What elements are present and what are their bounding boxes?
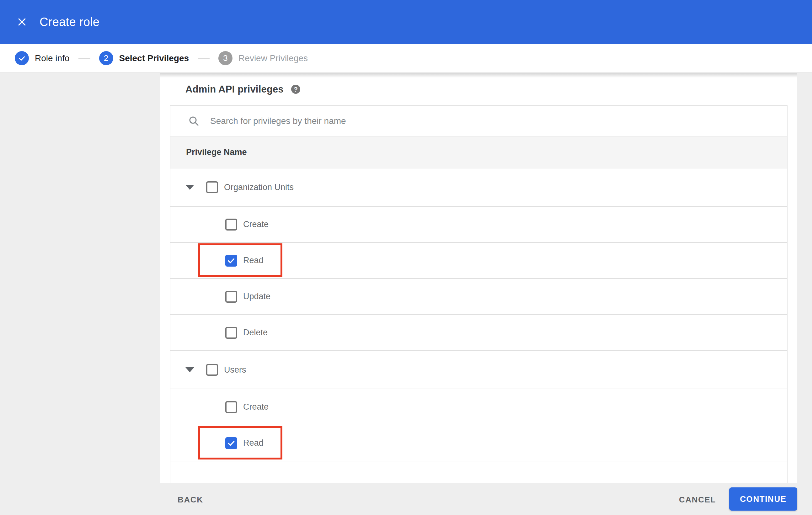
privilege-label: Read [243,438,264,448]
step-3-badge: 3 [219,51,232,65]
back-button[interactable]: BACK [176,492,205,508]
section-title: Admin API privileges [185,84,284,95]
search-icon [188,115,200,127]
step-1-label: Role info [35,53,70,63]
dialog-title: Create role [39,16,99,29]
privilege-label: Create [243,219,268,229]
expander-triangle-icon[interactable] [185,367,194,372]
table-row-update[interactable]: Update [170,279,787,315]
privilege-checkbox[interactable] [225,291,237,303]
privilege-checkbox[interactable] [225,327,237,339]
privilege-checkbox[interactable] [225,219,237,231]
privilege-checkbox[interactable] [206,181,218,193]
table-row-create[interactable]: Create [170,389,787,425]
expander-triangle-icon[interactable] [185,185,194,190]
privileges-panel: Admin API privileges ? Privilege Name Or… [160,73,797,483]
step-select-privileges[interactable]: 2 Select Privileges [99,51,189,65]
privilege-label: Read [243,255,264,265]
step-connector [79,58,90,59]
table-row-read[interactable]: Read [170,243,787,279]
help-icon[interactable]: ? [291,85,300,94]
privilege-label: Users [224,365,246,375]
selection-highlight-box [198,426,282,459]
table-row-users[interactable]: Users [170,351,787,389]
table-row-create[interactable]: Create [170,207,787,243]
step-role-info[interactable]: Role info [15,51,70,65]
section-heading-row: Admin API privileges ? [170,73,787,105]
table-row-delete[interactable]: Delete [170,315,787,351]
step-review-privileges[interactable]: 3 Review Privileges [219,51,308,65]
step-3-label: Review Privileges [238,53,308,63]
close-icon [17,17,27,27]
table-row-partial [170,461,787,483]
step-connector [198,58,210,59]
cancel-button[interactable]: CANCEL [677,492,718,508]
stepper: Role info 2 Select Privileges 3 Review P… [0,44,812,73]
privilege-label: Create [243,402,268,412]
privilege-checkbox[interactable] [225,401,237,413]
privilege-label: Organization Units [224,183,294,192]
close-button[interactable] [13,13,31,31]
column-header-privilege-name: Privilege Name [186,147,247,157]
privilege-checkbox[interactable] [206,364,218,376]
table-row-organization-units[interactable]: Organization Units [170,169,787,207]
privilege-checkbox[interactable] [225,255,237,267]
privileges-table: Privilege Name Organization Units Create… [170,105,787,483]
search-row [170,106,787,137]
privilege-label: Update [243,292,270,301]
privilege-checkbox[interactable] [225,437,237,449]
table-row-read[interactable]: Read [170,425,787,461]
table-header: Privilege Name [170,137,787,169]
app-bar: Create role [0,0,812,44]
step-2-badge: 2 [99,51,113,65]
footer-bar: BACK CANCEL CONTINUE [0,483,812,515]
step-1-done-icon [15,51,29,65]
step-2-label: Select Privileges [119,53,189,63]
continue-button[interactable]: CONTINUE [729,487,797,511]
selection-highlight-box [198,243,282,277]
privilege-label: Delete [243,328,268,337]
search-input[interactable] [210,116,650,126]
